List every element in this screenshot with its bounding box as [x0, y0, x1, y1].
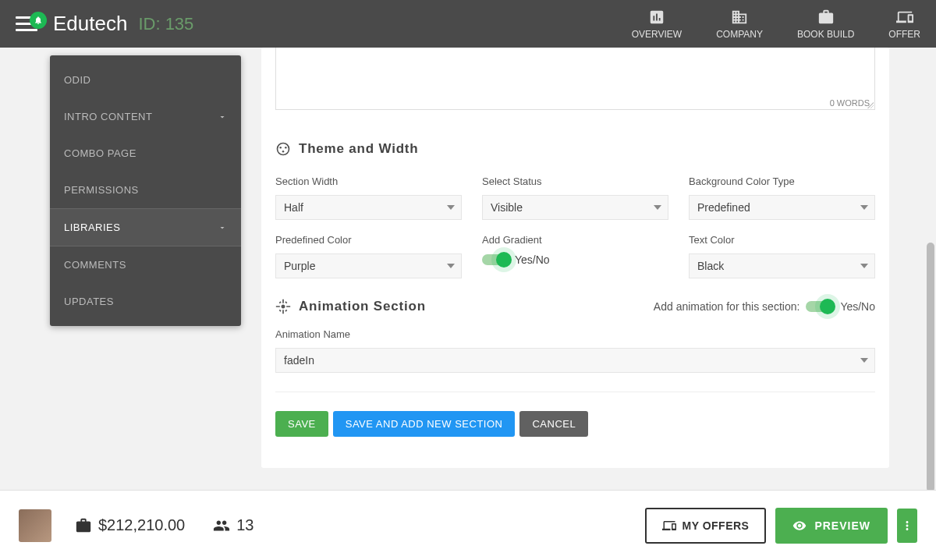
theme-form: Section Width Half Select Status Visible…	[275, 175, 875, 278]
toggle-label: Yes/No	[515, 253, 550, 266]
field-text-color: Text Color Black	[689, 234, 875, 278]
nav-offer[interactable]: OFFER	[888, 9, 920, 40]
select-section-width[interactable]: Half	[275, 195, 462, 220]
scrollbar-thumb[interactable]	[927, 243, 934, 492]
select-status[interactable]: Visible	[482, 195, 668, 220]
more-menu-button[interactable]	[897, 509, 917, 543]
devices-icon	[662, 519, 676, 533]
my-offers-button[interactable]: MY OFFERS	[645, 508, 767, 544]
toggle-gradient[interactable]	[482, 254, 510, 265]
total-amount: $212,210.00	[75, 516, 185, 534]
scrollbar-track	[927, 48, 934, 490]
field-predefined-color: Predefined Color Purple	[275, 234, 462, 278]
menu-button[interactable]	[16, 16, 37, 32]
field-section-width: Section Width Half	[275, 175, 462, 220]
content-textarea[interactable]: 0 WORDS	[275, 48, 875, 110]
chevron-down-icon	[218, 223, 227, 232]
main-panel: 0 WORDS Theme and Width Section Width Ha…	[261, 48, 889, 468]
sidebar-item-odid[interactable]: ODID	[50, 62, 241, 98]
caret-icon	[860, 264, 868, 268]
svg-point-3	[282, 151, 285, 153]
notification-badge	[30, 12, 47, 29]
form-actions: SAVE SAVE AND ADD NEW SECTION CANCEL	[275, 411, 875, 437]
nav-book-build[interactable]: BOOK BUILD	[797, 9, 854, 40]
toggle-value: Yes/No	[840, 300, 875, 313]
svg-point-2	[285, 147, 287, 149]
section-title: Animation Section	[299, 299, 426, 314]
flare-icon	[275, 299, 291, 314]
theme-icon	[275, 141, 291, 157]
devices-icon	[896, 9, 913, 26]
caret-icon	[447, 264, 455, 268]
sidebar: ODID INTRO CONTENT COMBO PAGE PERMISSION…	[50, 55, 241, 326]
sidebar-item-intro[interactable]: INTRO CONTENT	[50, 98, 241, 135]
eye-icon	[792, 519, 807, 533]
svg-point-1	[279, 147, 282, 149]
divider	[275, 392, 875, 392]
caret-icon	[860, 205, 868, 210]
caret-icon	[860, 358, 868, 363]
briefcase-icon	[75, 517, 92, 534]
chart-icon	[648, 9, 665, 26]
field-select-status: Select Status Visible	[482, 175, 668, 220]
app-header: Edutech ID: 135 OVERVIEW COMPANY BOOK BU…	[0, 0, 936, 48]
building-icon	[731, 9, 748, 26]
cancel-button[interactable]: CANCEL	[519, 411, 588, 437]
sidebar-item-libraries[interactable]: LIBRARIES	[50, 208, 241, 246]
nav-label: COMPANY	[716, 29, 763, 40]
select-animation-name[interactable]: fadeIn	[275, 348, 875, 373]
people-icon	[213, 517, 230, 534]
theme-section-header: Theme and Width	[275, 141, 875, 157]
user-avatar[interactable]	[19, 509, 51, 542]
field-animation-name: Animation Name fadeIn	[275, 328, 875, 373]
nav-label: BOOK BUILD	[797, 29, 854, 40]
word-count: 0 WORDS	[830, 98, 870, 108]
nav-overview[interactable]: OVERVIEW	[632, 9, 682, 40]
nav-label: OVERVIEW	[632, 29, 682, 40]
resize-handle[interactable]	[865, 100, 874, 109]
chevron-down-icon	[218, 112, 227, 122]
id-label: ID: 135	[138, 14, 193, 34]
sidebar-item-comments[interactable]: COMMENTS	[50, 246, 241, 283]
animation-section-header: Animation Section Add animation for this…	[275, 299, 875, 314]
section-title: Theme and Width	[299, 141, 419, 157]
brand-name: Edutech	[53, 12, 127, 36]
nav-label: OFFER	[888, 29, 920, 40]
people-count: 13	[213, 516, 254, 534]
field-add-gradient: Add Gradient Yes/No	[482, 234, 668, 278]
sidebar-item-permissions[interactable]: PERMISSIONS	[50, 172, 241, 208]
sidebar-item-combo[interactable]: COMBO PAGE	[50, 135, 241, 172]
caret-icon	[654, 205, 661, 210]
sidebar-item-updates[interactable]: UPDATES	[50, 283, 241, 320]
animation-toggle-label: Add animation for this section:	[654, 300, 800, 313]
caret-icon	[447, 205, 455, 210]
preview-button[interactable]: PREVIEW	[775, 508, 888, 544]
nav-company[interactable]: COMPANY	[716, 9, 763, 40]
bell-icon	[34, 16, 43, 25]
save-add-new-button[interactable]: SAVE AND ADD NEW SECTION	[333, 411, 516, 437]
svg-point-0	[278, 144, 289, 155]
select-bg-color-type[interactable]: Predefined	[689, 195, 875, 220]
briefcase-icon	[817, 9, 835, 26]
header-nav: OVERVIEW COMPANY BOOK BUILD OFFER	[632, 9, 920, 40]
save-button[interactable]: SAVE	[275, 411, 328, 437]
select-predefined-color[interactable]: Purple	[275, 253, 462, 278]
toggle-animation[interactable]	[806, 301, 834, 312]
select-text-color[interactable]: Black	[689, 253, 875, 278]
footer-bar: $212,210.00 13 MY OFFERS PREVIEW	[0, 490, 936, 560]
field-bg-color-type: Background Color Type Predefined	[689, 175, 875, 220]
more-vert-icon	[900, 519, 914, 533]
